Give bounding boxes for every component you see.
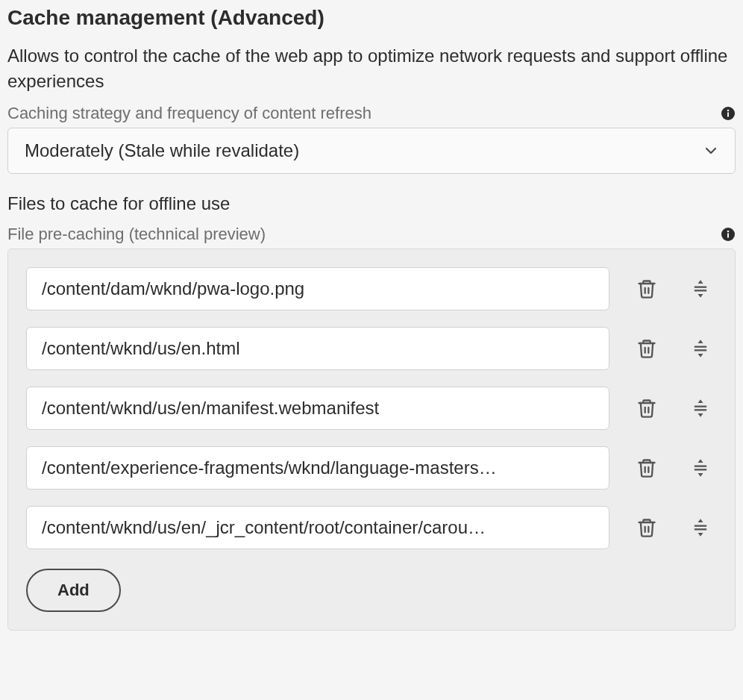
precache-label-row: File pre-caching (technical preview) bbox=[7, 225, 736, 244]
caching-strategy-dropdown[interactable]: Moderately (Stale while revalidate) bbox=[7, 128, 736, 174]
svg-rect-12 bbox=[695, 346, 706, 348]
reorder-handle[interactable] bbox=[684, 392, 717, 425]
svg-rect-17 bbox=[695, 409, 706, 410]
precache-row: /content/experience-fragments/wknd/langu… bbox=[26, 446, 717, 490]
svg-rect-8 bbox=[695, 287, 706, 288]
precache-row: /content/dam/wknd/pwa-logo.png bbox=[26, 267, 717, 310]
reorder-handle[interactable] bbox=[684, 332, 717, 365]
svg-rect-9 bbox=[695, 290, 706, 291]
add-file-button[interactable]: Add bbox=[26, 569, 121, 612]
svg-rect-16 bbox=[695, 406, 706, 407]
precache-row: /content/wknd/us/en.html bbox=[26, 327, 717, 370]
delete-button[interactable] bbox=[630, 511, 663, 544]
precache-path-input[interactable]: /content/experience-fragments/wknd/langu… bbox=[26, 446, 609, 490]
strategy-label-row: Caching strategy and frequency of conten… bbox=[7, 104, 736, 123]
cache-management-panel: Cache management (Advanced) Allows to co… bbox=[0, 0, 743, 646]
section-description: Allows to control the cache of the web a… bbox=[7, 43, 736, 93]
delete-button[interactable] bbox=[630, 332, 663, 365]
reorder-handle[interactable] bbox=[684, 272, 717, 305]
svg-rect-25 bbox=[695, 528, 706, 530]
precache-path-input[interactable]: /content/dam/wknd/pwa-logo.png bbox=[26, 267, 609, 310]
precache-subheader: Files to cache for offline use bbox=[7, 193, 736, 214]
reorder-handle[interactable] bbox=[684, 511, 717, 544]
precache-path-input[interactable]: /content/wknd/us/en.html bbox=[26, 327, 609, 370]
strategy-label: Caching strategy and frequency of conten… bbox=[7, 104, 372, 123]
svg-rect-21 bbox=[695, 469, 706, 470]
svg-rect-13 bbox=[695, 349, 706, 351]
svg-point-5 bbox=[727, 231, 730, 233]
precache-row: /content/wknd/us/en/manifest.webmanifest bbox=[26, 387, 717, 430]
reorder-handle[interactable] bbox=[684, 451, 717, 484]
precache-path-input[interactable]: /content/wknd/us/en/manifest.webmanifest bbox=[26, 387, 609, 430]
info-icon[interactable] bbox=[721, 227, 736, 242]
svg-point-2 bbox=[727, 110, 730, 112]
precache-file-list: /content/dam/wknd/pwa-logo.png /content/… bbox=[7, 249, 736, 631]
precache-path-input[interactable]: /content/wknd/us/en/_jcr_content/root/co… bbox=[26, 506, 609, 549]
delete-button[interactable] bbox=[630, 392, 663, 425]
delete-button[interactable] bbox=[630, 451, 663, 484]
section-title: Cache management (Advanced) bbox=[7, 6, 736, 30]
info-icon[interactable] bbox=[721, 106, 736, 121]
svg-rect-24 bbox=[695, 525, 706, 527]
dropdown-selected-value: Moderately (Stale while revalidate) bbox=[25, 140, 299, 161]
svg-rect-20 bbox=[695, 466, 706, 467]
svg-rect-1 bbox=[727, 113, 729, 117]
precache-label: File pre-caching (technical preview) bbox=[7, 225, 266, 244]
svg-rect-4 bbox=[727, 234, 729, 238]
delete-button[interactable] bbox=[630, 272, 663, 305]
chevron-down-icon bbox=[703, 143, 718, 158]
precache-row: /content/wknd/us/en/_jcr_content/root/co… bbox=[26, 506, 717, 549]
add-button-label: Add bbox=[57, 581, 90, 600]
